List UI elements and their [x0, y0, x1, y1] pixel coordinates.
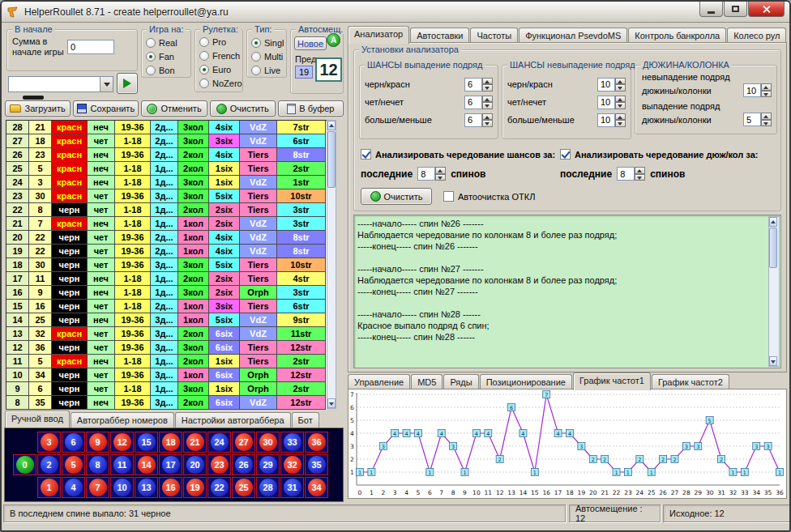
number-tile-24[interactable]: 24	[207, 432, 231, 453]
scrollbar-thumb[interactable]	[769, 228, 777, 268]
chances-spins-spinner[interactable]: 8	[417, 167, 446, 181]
spinner-up-icon[interactable]	[615, 78, 626, 85]
table-row[interactable]: 1516чернчет1-182д...1кол3sixTiers6str	[6, 300, 327, 313]
spinner-up-icon[interactable]	[615, 113, 626, 121]
tab-анализатор[interactable]: Анализатор	[348, 26, 409, 44]
number-tile-20[interactable]: 20	[183, 454, 207, 475]
number-tile-9[interactable]: 9	[86, 432, 109, 453]
number-tile-23[interactable]: 23	[207, 454, 231, 475]
tab-частоты[interactable]: Частоты	[470, 28, 518, 44]
table-row[interactable]: 169черннеч1-181д...3кол2sixOrph3str	[6, 286, 327, 300]
spinner-up-icon[interactable]	[482, 113, 493, 121]
autoclear-row[interactable]: Автоочистка ОТКЛ	[443, 191, 535, 202]
table-row[interactable]: 1922чернчет19-362д...1кол4sixVdZ8str	[6, 245, 327, 258]
spinner-down-icon[interactable]	[761, 91, 772, 98]
autoclear-checkbox[interactable]	[443, 191, 454, 202]
table-row[interactable]: 96чернчет1-181д...3кол1sixOrph2str	[6, 382, 327, 396]
number-tile-30[interactable]: 30	[256, 432, 280, 453]
table-row[interactable]: 2022чернчет19-362д...1кол4sixVdZ8str	[6, 231, 327, 245]
number-tile-1[interactable]: 1	[37, 477, 61, 498]
number-tile-28[interactable]: 28	[256, 477, 280, 498]
number-tile-4[interactable]: 4	[62, 477, 85, 498]
radio-option-pro[interactable]: Pro	[199, 36, 242, 48]
table-row[interactable]: 243красннеч1-181д...3кол1sixVdZ1str	[6, 176, 327, 189]
spinner-up-icon[interactable]	[635, 167, 645, 174]
number-tile-15[interactable]: 15	[135, 432, 158, 453]
number-tile-25[interactable]: 25	[232, 477, 255, 498]
spinner-down-icon[interactable]	[615, 120, 626, 127]
spinner-buttons[interactable]	[482, 96, 493, 109]
chevron-down-icon[interactable]	[100, 77, 113, 92]
history-combobox[interactable]	[8, 76, 113, 92]
number-tile-6[interactable]: 6	[62, 432, 85, 453]
number-tile-8[interactable]: 8	[86, 454, 109, 475]
number-tile-35[interactable]: 35	[305, 454, 328, 475]
spinner-up-icon[interactable]	[761, 113, 772, 120]
table-row[interactable]: 1236чернчет19-363д...3кол6sixTiers12str	[6, 341, 327, 355]
scroll-up-icon[interactable]	[327, 121, 336, 130]
radio-option-live[interactable]: Live	[251, 64, 286, 76]
tab-автоставки[interactable]: Автоставки	[410, 28, 469, 44]
chance-spinner[interactable]: 10	[597, 96, 626, 109]
new-button[interactable]: Новое	[294, 36, 327, 50]
radio-option-real[interactable]: Real	[146, 36, 190, 49]
radio-option-euro[interactable]: Euro	[199, 63, 242, 75]
spinner-down-icon[interactable]	[435, 174, 446, 181]
spinner-buttons[interactable]	[615, 96, 626, 109]
radio-option-fan[interactable]: Fan	[146, 50, 190, 62]
number-tile-5[interactable]: 5	[62, 454, 85, 475]
clear-log-button[interactable]: Очистить	[361, 188, 432, 205]
chance-spinner[interactable]: 6	[464, 96, 493, 109]
scroll-up-icon[interactable]	[769, 217, 777, 227]
dozen-hit-spinner[interactable]: 5	[743, 113, 772, 126]
buffer-button[interactable]: В буфер	[278, 100, 344, 117]
number-tile-32[interactable]: 32	[280, 454, 304, 475]
number-tile-21[interactable]: 21	[183, 432, 207, 453]
number-tile-33[interactable]: 33	[280, 432, 304, 453]
table-scrollbar[interactable]	[327, 120, 336, 409]
radio-option-bon[interactable]: Bon	[146, 64, 190, 76]
close-button[interactable]	[748, 2, 785, 17]
chance-spinner[interactable]: 10	[597, 113, 626, 127]
table-row[interactable]: 1711черннеч1-181д...2кол2sixTiers4str	[6, 272, 327, 286]
tab-контроль-банкролла[interactable]: Контроль банкролла	[628, 28, 726, 44]
number-tile-16[interactable]: 16	[159, 477, 182, 498]
spinner-down-icon[interactable]	[761, 120, 772, 127]
tab-настройки-автограббера[interactable]: Настройки автограббера	[175, 412, 291, 428]
spinner-buttons[interactable]	[761, 113, 772, 126]
cancel-button[interactable]: Отменить	[141, 100, 207, 117]
alt-chances-checkbox[interactable]	[361, 149, 371, 160]
table-row[interactable]: 835черннеч19-363д...2кол6sixVdZ12str	[6, 396, 327, 410]
spinner-down-icon[interactable]	[615, 84, 626, 92]
clear-button[interactable]: Очистить	[210, 100, 276, 117]
scrollbar-thumb[interactable]	[327, 131, 336, 188]
radio-option-singl[interactable]: Singl	[251, 36, 286, 49]
number-tile-0[interactable]: 0	[13, 454, 36, 475]
titlebar[interactable]: HelperRoullet 8.71 - create helperroulle…	[2, 2, 789, 23]
radio-option-multi[interactable]: Multi	[251, 50, 286, 62]
folder-button[interactable]: Загрузить	[5, 100, 71, 117]
spinner-buttons[interactable]	[615, 113, 626, 127]
number-tile-29[interactable]: 29	[256, 454, 280, 475]
table-row[interactable]: 228чернчет1-181д...2кол2sixTiers3str	[6, 203, 327, 217]
tab-позиционирование[interactable]: Позиционирование	[480, 374, 572, 390]
table-row[interactable]: 1034чернчет19-363д...1кол6sixOrph12str	[6, 368, 327, 382]
number-tile-26[interactable]: 26	[232, 454, 255, 475]
spinner-buttons[interactable]	[635, 167, 645, 181]
spinner-down-icon[interactable]	[482, 84, 493, 92]
start-sum-input[interactable]	[67, 40, 114, 54]
number-tile-19[interactable]: 19	[183, 477, 207, 498]
tab-ручной-ввод[interactable]: Ручной ввод	[5, 411, 70, 428]
number-tile-10[interactable]: 10	[110, 477, 134, 498]
alt-dozens-checkbox[interactable]	[560, 149, 571, 160]
number-tile-34[interactable]: 34	[305, 477, 328, 498]
table-row[interactable]: 2623красннеч19-362д...2кол4sixTiers8str	[6, 148, 327, 162]
table-row[interactable]: 2330краснчет19-363д...3кол5sixTiers10str	[6, 189, 327, 203]
number-tile-22[interactable]: 22	[207, 477, 231, 498]
table-row[interactable]: 2718краснчет1-182д...3кол3sixVdZ6str	[6, 134, 327, 148]
radio-option-french[interactable]: French	[199, 49, 242, 62]
number-tile-31[interactable]: 31	[280, 477, 304, 498]
chance-spinner[interactable]: 6	[464, 78, 493, 92]
spinner-buttons[interactable]	[435, 167, 446, 181]
spinner-up-icon[interactable]	[435, 167, 446, 174]
